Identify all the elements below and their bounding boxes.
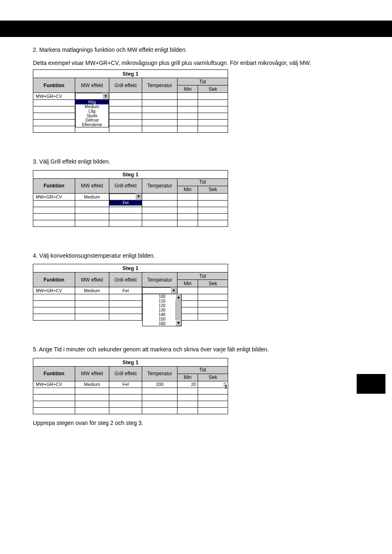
chevron-down-icon[interactable]: ▼ xyxy=(135,194,142,200)
temperatur-options[interactable]: 100 110 120 130 140 150 160 ▲ ▼ xyxy=(142,294,182,326)
grill-option[interactable]: Fel xyxy=(110,201,141,205)
mw-option[interactable]: Sjuda xyxy=(76,113,108,118)
steg-title: Steg 1 xyxy=(33,70,228,78)
steg1-table-temp: Steg 1 Funktion MW effekt Grill effekt T… xyxy=(33,264,228,321)
chevron-down-icon[interactable]: ▼ xyxy=(171,287,177,294)
hdr-mw: MW effekt xyxy=(75,78,109,93)
cell-grill-value[interactable]: Fel xyxy=(109,287,142,294)
step2-instruction: 2. Markera matlagnings funktion och MW e… xyxy=(33,46,359,54)
chevron-down-icon[interactable]: ▼ xyxy=(102,93,109,99)
steg1-table-time: Steg 1 Funktion MW effekt Grill effekt T… xyxy=(33,358,228,414)
hdr-min: Min xyxy=(177,85,198,93)
cell-temp-value[interactable]: 200 xyxy=(142,381,178,388)
mw-option[interactable]: Defrost xyxy=(76,118,108,122)
side-language-badge xyxy=(357,374,385,394)
step5-instruction: 5. Ange Tid i minuter och sekunder genom… xyxy=(33,346,359,354)
hdr-tid: Tid xyxy=(177,78,228,85)
mw-option[interactable]: Eftervärme xyxy=(76,122,108,127)
cell-funktion[interactable]: MW+GR+CV xyxy=(33,93,75,100)
hdr-sek: Sek xyxy=(198,85,228,93)
scroll-down-icon[interactable]: ▼ xyxy=(175,320,181,326)
steg1-table-grill: Steg 1 Funktion MW effekt Grill effekt T… xyxy=(33,170,228,227)
step3-instruction: 3. Välj Grill effekt enligt bilden. xyxy=(33,158,359,166)
step2-detail: Detta exempel visar MW+GR+CV, mikrovågsu… xyxy=(33,59,359,67)
mw-option[interactable]: Medium xyxy=(76,104,108,109)
step4-instruction: 4. Välj konvektionsugnstemperatur enligt… xyxy=(33,252,359,260)
cell-mw-value[interactable]: Medium xyxy=(75,193,109,200)
steg1-table-mw: Steg 1 Funktion MW effekt Grill effekt T… xyxy=(33,69,228,133)
time-sek-input[interactable]: 0 ▲▼ xyxy=(198,381,228,388)
page-header-bar xyxy=(0,21,392,37)
mw-effekt-options[interactable]: Hög Medium Låg Sjuda Defrost Eftervärme xyxy=(75,99,109,127)
time-min-input[interactable]: 20 xyxy=(177,381,198,388)
hdr-funktion: Funktion xyxy=(33,78,75,93)
repeat-note: Upprepa stegen ovan för steg 2 och steg … xyxy=(33,419,359,427)
hdr-grill: Grill effekt xyxy=(109,78,142,93)
grill-effekt-options[interactable]: Fel xyxy=(109,200,142,205)
spinner-icon[interactable]: ▲▼ xyxy=(223,384,229,389)
hdr-temp: Temperatur xyxy=(142,78,178,93)
mw-option[interactable]: Hög xyxy=(76,100,108,104)
mw-option[interactable]: Låg xyxy=(76,109,108,113)
scroll-up-icon[interactable]: ▲ xyxy=(175,294,181,300)
